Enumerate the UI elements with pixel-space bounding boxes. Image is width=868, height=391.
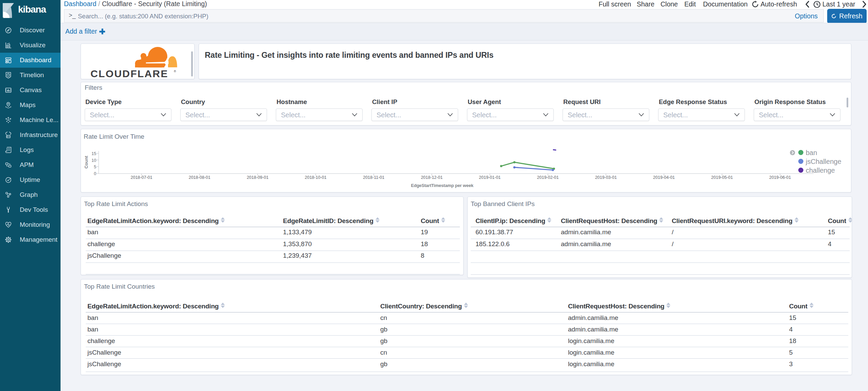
- svg-text:5: 5: [94, 165, 96, 169]
- svg-text:2019-05-01: 2019-05-01: [711, 175, 733, 180]
- svg-text:2018-10-01: 2018-10-01: [305, 175, 327, 180]
- svg-text:Count: Count: [84, 156, 89, 169]
- svg-text:EdgeStartTimestamp per week: EdgeStartTimestamp per week: [411, 183, 474, 188]
- svg-text:15: 15: [91, 151, 96, 156]
- svg-text:10: 10: [91, 158, 96, 163]
- svg-text:2019-03-01: 2019-03-01: [595, 175, 617, 180]
- svg-text:2018-11-01: 2018-11-01: [363, 175, 384, 180]
- svg-text:0: 0: [94, 171, 96, 176]
- svg-text:®: ®: [174, 70, 176, 73]
- svg-text:2018-12-01: 2018-12-01: [421, 175, 443, 180]
- svg-text:2018-07-01: 2018-07-01: [131, 175, 152, 180]
- svg-text:2019-06-01: 2019-06-01: [769, 175, 791, 180]
- svg-text:2018-08-01: 2018-08-01: [189, 175, 211, 180]
- svg-text:2019-02-01: 2019-02-01: [537, 175, 559, 180]
- svg-text:CLOUDFLARE: CLOUDFLARE: [90, 68, 168, 79]
- svg-text:2018-09-01: 2018-09-01: [247, 175, 268, 180]
- svg-text:2019-01-01: 2019-01-01: [479, 175, 501, 180]
- svg-text:2019-04-01: 2019-04-01: [653, 175, 675, 180]
